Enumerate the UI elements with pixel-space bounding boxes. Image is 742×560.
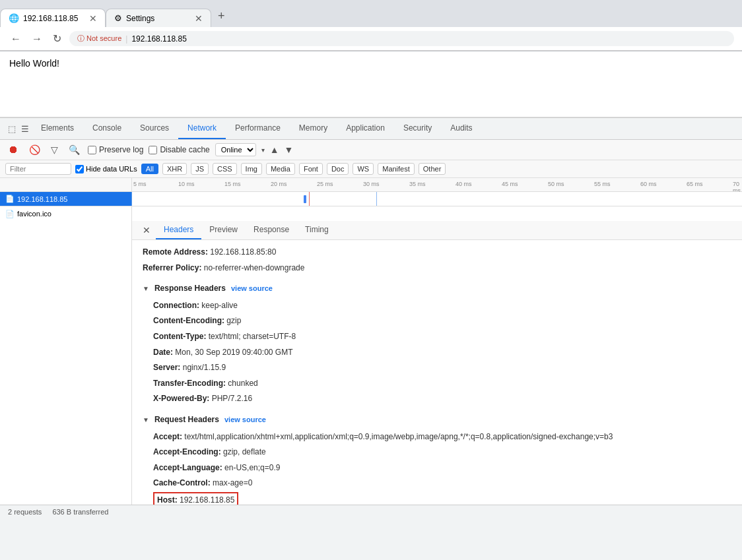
resp-connection: Connection: keep-alive — [153, 299, 731, 313]
req-accept: Accept: text/html,application/xhtml+xml,… — [153, 430, 731, 445]
network-toolbar: ⏺ 🚫 ▽ 🔍 Preserve log Disable cache Onlin… — [0, 140, 742, 160]
tab-2-close[interactable]: ✕ — [195, 14, 203, 23]
tick-60ms: 60 ms — [640, 181, 657, 187]
resp-transfer-encoding: Transfer-Encoding: chunked — [153, 377, 731, 391]
device-toggle-icon[interactable]: ☰ — [18, 120, 32, 138]
transferred-size: 636 B transferred — [52, 508, 108, 516]
tab-2-favicon: ⚙ — [114, 13, 122, 23]
row-2-name: favicon.ico — [17, 210, 51, 218]
filter-input[interactable] — [5, 163, 71, 175]
waterfall-bar-1 — [304, 195, 306, 203]
preserve-log-checkbox[interactable] — [88, 146, 96, 154]
status-bar: 2 requests 636 B transferred — [0, 505, 742, 518]
tab-performance[interactable]: Performance — [226, 118, 290, 139]
tab-1-close[interactable]: ✕ — [89, 14, 97, 23]
req-accept-encoding: Accept-Encoding: gzip, deflate — [153, 445, 731, 460]
tick-5ms: 5 ms — [133, 181, 147, 187]
request-view-source[interactable]: view source — [224, 414, 266, 427]
detail-tab-response[interactable]: Response — [246, 221, 297, 239]
tab-1[interactable]: 🌐 192.168.118.85 ✕ — [0, 9, 106, 27]
tab-application[interactable]: Application — [337, 118, 394, 139]
request-count: 2 requests — [8, 508, 42, 516]
clear-button[interactable]: 🚫 — [26, 143, 43, 156]
filter-img[interactable]: Img — [241, 163, 262, 175]
filter-js[interactable]: JS — [191, 163, 209, 175]
address-field[interactable]: ⓘ Not secure | 192.168.118.85 — [69, 31, 734, 46]
tick-65ms: 65 ms — [687, 181, 703, 187]
close-detail-button[interactable]: ✕ — [137, 221, 156, 239]
filter-button[interactable]: ▽ — [48, 143, 61, 156]
throttle-select[interactable]: Online — [215, 143, 256, 156]
name-column — [0, 221, 132, 505]
response-headers-section: ▼ Response Headers view source — [143, 282, 731, 296]
network-content: ✕ Headers Preview Response Timing Remote… — [0, 221, 742, 505]
tick-40ms: 40 ms — [455, 181, 472, 187]
back-button[interactable]: ← — [8, 32, 24, 46]
hide-data-urls-label[interactable]: Hide data URLs — [75, 165, 137, 173]
devtools-panel: ⬚ ☰ Elements Console Sources Network Per… — [0, 117, 742, 518]
hide-data-urls-checkbox[interactable] — [75, 165, 84, 173]
page-content: Hello World! — [0, 51, 742, 117]
search-button[interactable]: 🔍 — [66, 143, 83, 156]
tab-2[interactable]: ⚙ Settings ✕ — [106, 9, 211, 27]
tab-sources[interactable]: Sources — [131, 118, 178, 139]
record-button[interactable]: ⏺ — [5, 142, 21, 157]
new-tab-button[interactable]: + — [211, 5, 232, 27]
tick-30ms: 30 ms — [363, 181, 380, 187]
details-panel[interactable]: ✕ Headers Preview Response Timing Remote… — [132, 221, 742, 505]
resp-content-type: Content-Type: text/html; charset=UTF-8 — [153, 330, 731, 344]
filter-font[interactable]: Font — [299, 163, 323, 175]
timeline-header: 5 ms 10 ms 15 ms 20 ms 25 ms 30 ms 35 ms… — [0, 178, 742, 192]
reload-button[interactable]: ↻ — [50, 31, 64, 46]
waterfall-row-1: 📄 192.168.118.85 — [0, 192, 742, 206]
request-headers-section: ▼ Request Headers view source — [143, 413, 731, 427]
url-display: 192.168.118.85 — [131, 34, 186, 44]
row-2-icon: 📄 — [5, 210, 15, 218]
resp-content-encoding: Content-Encoding: gzip — [153, 314, 731, 328]
resp-server: Server: nginx/1.15.9 — [153, 361, 731, 375]
inspect-icon[interactable]: ⬚ — [5, 120, 18, 138]
tab-security[interactable]: Security — [394, 118, 441, 139]
referrer-policy-val: no-referrer-when-downgrade — [204, 263, 305, 272]
forward-button[interactable]: → — [29, 32, 45, 46]
address-bar: ← → ↻ ⓘ Not secure | 192.168.118.85 — [0, 27, 742, 51]
referrer-policy-row: Referrer Policy: no-referrer-when-downgr… — [143, 261, 731, 276]
tab-1-title: 192.168.118.85 — [23, 14, 78, 23]
req-host-key: Host: — [157, 495, 178, 505]
request-row-2[interactable]: 📄 favicon.ico — [0, 206, 132, 221]
response-view-source[interactable]: view source — [231, 282, 273, 296]
filter-ws[interactable]: WS — [353, 163, 374, 175]
request-headers-label: Request Headers — [154, 413, 219, 427]
filter-other[interactable]: Other — [419, 163, 446, 175]
detail-tab-headers[interactable]: Headers — [156, 221, 201, 239]
resp-date: Date: Mon, 30 Sep 2019 09:40:00 GMT — [153, 346, 731, 360]
tab-network[interactable]: Network — [178, 118, 226, 139]
filter-css[interactable]: CSS — [213, 163, 237, 175]
disable-cache-checkbox[interactable] — [149, 146, 157, 154]
filter-manifest[interactable]: Manifest — [378, 163, 415, 175]
detail-tab-timing[interactable]: Timing — [297, 221, 337, 239]
filter-xhr[interactable]: XHR — [162, 163, 187, 175]
req-host: Host: 192.168.118.85 — [153, 492, 731, 505]
request-row-1[interactable]: 📄 192.168.118.85 — [0, 192, 132, 206]
detail-tab-preview[interactable]: Preview — [201, 221, 246, 239]
disable-cache-label[interactable]: Disable cache — [149, 145, 209, 154]
tab-elements[interactable]: Elements — [32, 118, 83, 139]
filter-media[interactable]: Media — [266, 163, 295, 175]
devtools-tab-bar: ⬚ ☰ Elements Console Sources Network Per… — [0, 118, 742, 140]
page-hello-world: Hello World! — [9, 58, 59, 69]
filter-doc[interactable]: Doc — [327, 163, 349, 175]
remote-address-key: Remote Address: — [143, 247, 208, 257]
tab-console[interactable]: Console — [83, 118, 131, 139]
tick-50ms: 50 ms — [548, 181, 564, 187]
tab-audits[interactable]: Audits — [441, 118, 481, 139]
export-har-button[interactable]: ▼ — [285, 144, 294, 155]
resp-x-powered-by: X-Powered-By: PHP/7.2.16 — [153, 392, 731, 406]
req-cache-control: Cache-Control: max-age=0 — [153, 476, 731, 491]
waterfall-cell-1 — [132, 192, 742, 206]
import-har-button[interactable]: ▲ — [270, 144, 279, 155]
tab-memory[interactable]: Memory — [290, 118, 337, 139]
filter-all-button[interactable]: All — [141, 164, 158, 174]
preserve-log-label[interactable]: Preserve log — [88, 145, 143, 154]
tick-25ms: 25 ms — [317, 181, 333, 187]
